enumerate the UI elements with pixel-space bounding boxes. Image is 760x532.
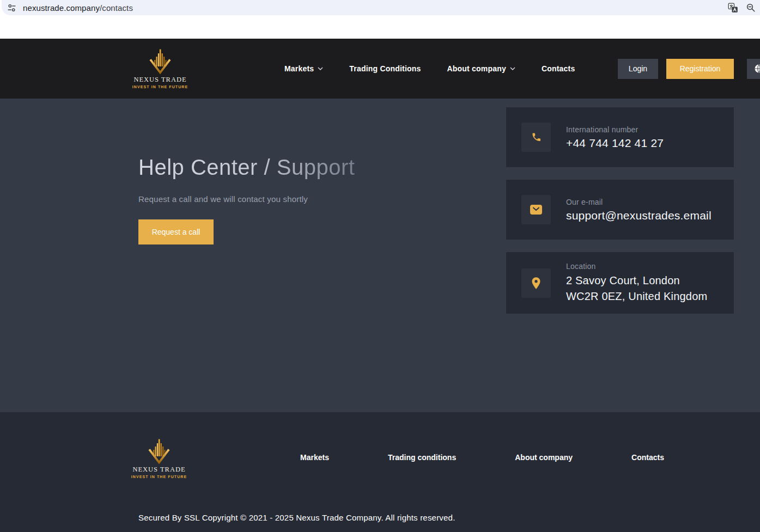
logo-title: NEXUS TRADE (132, 466, 185, 474)
translate-icon[interactable] (728, 3, 738, 13)
url-text[interactable]: nexustrade.company/contacts (23, 3, 133, 13)
nav-item-markets[interactable]: Markets (284, 64, 323, 73)
location-pin-icon (531, 277, 542, 290)
location-card-text: Location 2 Savoy Court, London WC2R 0EZ,… (566, 262, 707, 304)
nav-item-about-company[interactable]: About company (447, 64, 515, 73)
hero-section: Help Center / Support Request a call and… (0, 99, 760, 412)
browser-toolbar-gap (0, 15, 760, 39)
site-footer: NEXUS TRADE INVEST IN THE FUTURE Markets… (0, 412, 760, 532)
logo-mark-icon (143, 438, 175, 464)
login-button[interactable]: Login (618, 59, 658, 79)
footer-link-about-company[interactable]: About company (515, 453, 573, 462)
email-card-label: Our e-mail (566, 198, 712, 206)
copyright-text: Secured By SSL Copyright © 2021 - 2025 N… (138, 513, 734, 522)
email-icon-tile (521, 195, 551, 224)
phone-icon-tile (521, 123, 551, 152)
site-header: NEXUS TRADE INVEST IN THE FUTURE Markets… (0, 39, 760, 99)
globe-icon (753, 63, 760, 74)
phone-card: International number +44 744 142 41 27 (506, 107, 734, 167)
zoom-out-icon[interactable] (746, 3, 756, 13)
hero-left: Help Center / Support Request a call and… (138, 107, 355, 314)
phone-number[interactable]: +44 744 142 41 27 (566, 137, 664, 150)
location-card-label: Location (566, 262, 707, 271)
location-icon-tile (521, 268, 551, 298)
footer-logo[interactable]: NEXUS TRADE INVEST IN THE FUTURE (138, 438, 180, 479)
footer-link-contacts[interactable]: Contacts (631, 453, 664, 462)
site-settings-icon[interactable] (7, 3, 16, 13)
request-call-button[interactable]: Request a call (138, 219, 214, 244)
url-path: /contacts (100, 3, 133, 13)
email-card-text: Our e-mail support@nexustrades.email (566, 198, 712, 222)
nav-label: Contacts (542, 64, 575, 73)
phone-icon (530, 131, 542, 143)
chevron-down-icon (510, 67, 515, 70)
header-logo[interactable]: NEXUS TRADE INVEST IN THE FUTURE (139, 48, 181, 89)
nav-item-contacts[interactable]: Contacts (542, 64, 575, 73)
footer-nav: Markets Trading conditions About company… (300, 453, 664, 462)
address-line-2: WC2R 0EZ, United Kingdom (566, 289, 707, 304)
chevron-down-icon (318, 67, 323, 70)
nav-label: Markets (284, 64, 314, 73)
envelope-icon (530, 204, 543, 215)
page-title: Help Center / Support (138, 154, 355, 180)
header-buttons: Login Registration (618, 59, 760, 79)
email-address[interactable]: support@nexustrades.email (566, 209, 712, 222)
phone-card-label: International number (566, 125, 664, 134)
main-nav: Markets Trading Conditions About company… (284, 64, 575, 73)
address-bar[interactable]: nexustrade.company/contacts (2, 0, 760, 15)
location-card: Location 2 Savoy Court, London WC2R 0EZ,… (506, 252, 734, 314)
email-card: Our e-mail support@nexustrades.email (506, 180, 734, 240)
browser-url-bar: nexustrade.company/contacts (0, 0, 760, 15)
page-subtitle: Request a call and we will contact you s… (138, 194, 355, 204)
nav-item-trading-conditions[interactable]: Trading Conditions (349, 64, 421, 73)
logo-title: NEXUS TRADE (133, 76, 186, 84)
nav-label: Trading Conditions (349, 64, 421, 73)
contact-cards: International number +44 744 142 41 27 O… (506, 107, 734, 314)
nav-label: About company (447, 64, 506, 73)
url-host: nexustrade.company (23, 3, 100, 13)
language-button[interactable] (747, 59, 760, 79)
footer-link-markets[interactable]: Markets (300, 453, 329, 462)
phone-card-text: International number +44 744 142 41 27 (566, 125, 664, 150)
logo-mark-icon (144, 48, 176, 75)
address-line-1: 2 Savoy Court, London (566, 273, 707, 289)
logo-tagline: INVEST IN THE FUTURE (132, 85, 189, 89)
registration-button[interactable]: Registration (666, 59, 734, 79)
logo-tagline: INVEST IN THE FUTURE (131, 475, 187, 479)
footer-link-trading-conditions[interactable]: Trading conditions (388, 453, 456, 462)
